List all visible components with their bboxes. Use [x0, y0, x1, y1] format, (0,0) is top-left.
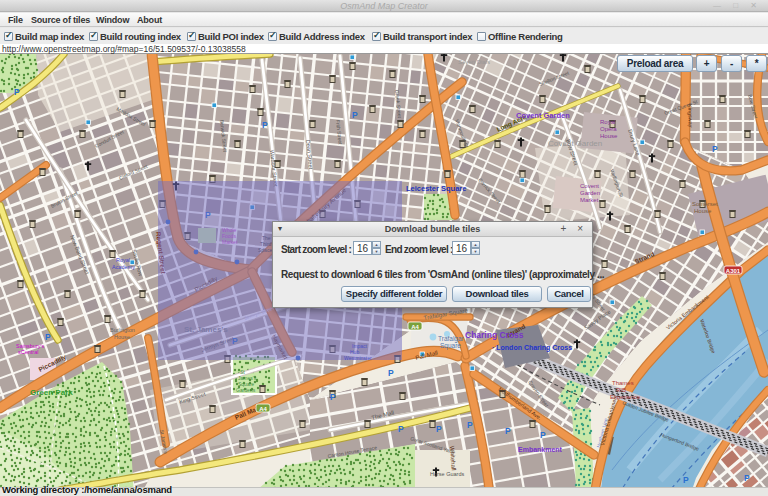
svg-text:Burlington: Burlington [110, 327, 135, 333]
svg-text:sCentral: sCentral [18, 349, 38, 355]
svg-text:Thames: Thames [612, 380, 634, 386]
svg-text:A4: A4 [411, 324, 419, 330]
svg-text:Royal: Royal [116, 257, 130, 263]
svg-text:P: P [398, 424, 404, 434]
svg-text:Leicester Square: Leicester Square [406, 184, 466, 193]
svg-text:Gardens: Gardens [236, 387, 256, 393]
svg-text:· London Charing Cross: · London Charing Cross [492, 344, 572, 352]
svg-text:P: P [683, 475, 689, 485]
svg-text:P: P [505, 426, 511, 436]
svg-text:Market: Market [580, 197, 599, 203]
svg-text:P: P [262, 120, 268, 130]
svg-text:House: House [114, 334, 130, 340]
svg-text:House: House [694, 208, 712, 214]
svg-text:Covent Garden: Covent Garden [548, 139, 602, 148]
svg-text:P: P [436, 424, 442, 434]
svg-text:Charing Cross: Charing Cross [465, 330, 524, 340]
svg-text:P: P [388, 368, 394, 378]
svg-text:RIB: RIB [616, 387, 626, 393]
svg-text:P: P [352, 110, 358, 120]
svg-text:Covent: Covent [580, 183, 599, 189]
svg-text:P: P [14, 87, 20, 97]
svg-text:Royal: Royal [600, 119, 615, 125]
svg-text:Academy: Academy [112, 264, 135, 270]
svg-text:Square: Square [440, 342, 461, 350]
svg-text:Embankment: Embankment [518, 446, 563, 453]
svg-text:Somerset: Somerset [692, 201, 718, 207]
svg-text:House: House [600, 133, 618, 139]
svg-text:Covent Garden: Covent Garden [516, 111, 570, 120]
svg-text:Green Park: Green Park [30, 388, 73, 397]
svg-text:P: P [330, 392, 336, 402]
svg-text:P: P [744, 473, 750, 483]
svg-text:Seven Dials: Seven Dials [458, 59, 490, 65]
svg-text:Garden: Garden [580, 190, 600, 196]
svg-text:P: P [540, 430, 546, 440]
svg-text:P: P [45, 332, 51, 342]
svg-text:Opera: Opera [600, 126, 617, 132]
svg-text:A4: A4 [259, 406, 267, 412]
svg-text:P: P [467, 420, 473, 430]
svg-text:P: P [712, 144, 718, 154]
svg-text:Horse Guards: Horse Guards [430, 471, 464, 477]
svg-text:A301: A301 [726, 268, 741, 274]
